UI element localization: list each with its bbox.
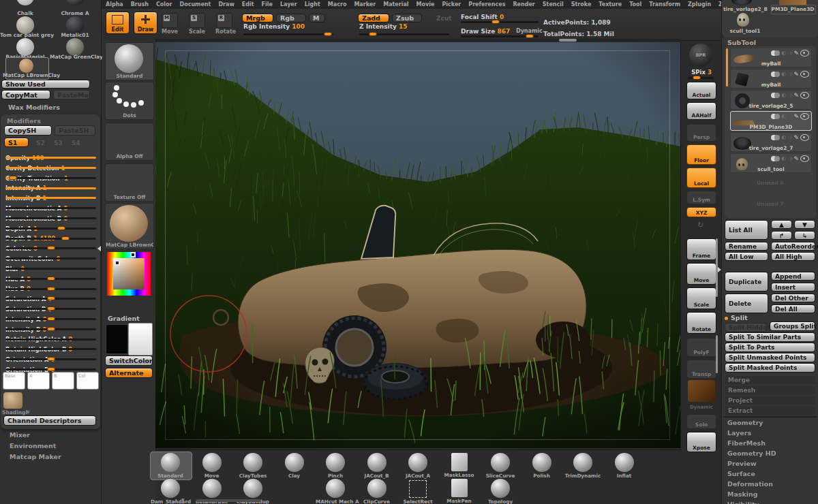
brush-polish[interactable]: Polish [522,453,562,479]
insert-button[interactable]: Insert [771,283,815,292]
texture-cell[interactable]: Texture Off [105,163,154,202]
visibility-eye-icon[interactable] [800,113,809,120]
wax-modifiers-header[interactable]: Wax Modifiers [8,104,60,111]
menu-item-draw[interactable]: Draw [218,1,234,7]
pastesh-button[interactable]: PasteSH [55,125,95,136]
brush-clay[interactable]: Clay [275,453,314,479]
menu-item-texture[interactable]: Texture [599,1,622,7]
collapsed-section-merge[interactable]: Merge [725,376,815,384]
edit-button[interactable]: Edit [106,12,130,34]
slider-handle[interactable] [491,20,500,24]
slider-handle[interactable] [9,176,17,180]
m-button[interactable]: M [309,14,325,22]
show-used-button[interactable]: Show Used [1,80,90,89]
switchcolor-button[interactable]: SwitchColor [105,356,153,366]
brush-trimdynamic[interactable]: TrimDynamic [563,453,603,479]
right-item-polyf-button[interactable]: PolyF [686,338,716,357]
tool-item-label[interactable]: scull_tool1 [723,28,767,34]
slider-track[interactable] [5,217,96,219]
s1-tab[interactable]: S1 [4,138,29,147]
slider-handle[interactable] [693,76,701,80]
slider-handle[interactable] [47,277,55,281]
material-cell[interactable]: MatCap LBrownClay [105,203,154,249]
subtool-scrollbar[interactable] [726,48,728,86]
half-toggle-icon[interactable]: ◐ [781,156,786,161]
channel-box-col[interactable]: Col [76,372,99,390]
tool-thumb-skull[interactable] [737,13,749,27]
visibility-eye-icon[interactable] [800,71,809,78]
half-toggle-icon[interactable]: ◑ [787,156,792,161]
modifier-slider-intensity-b[interactable]: Intensity B1 [5,190,96,200]
right-shelf-scrollbar[interactable] [716,335,718,373]
polypaint-toggle-icon[interactable] [771,50,780,56]
slider-handle[interactable] [57,226,65,230]
polypaint-toggle-icon[interactable] [771,156,780,161]
modifier-slider-cavity-transition[interactable]: Cavity Transition-1 [5,170,96,180]
slider-handle[interactable] [47,327,55,331]
spix-slider-label[interactable]: SPix3 [681,69,722,76]
slider-handle[interactable] [526,34,534,38]
subtool-item-myball-1[interactable]: ◐◑✎myBall [730,69,812,89]
hue-selector[interactable] [130,252,136,257]
menu-item-stencil[interactable]: Stencil [543,1,564,7]
slider-handle[interactable] [47,287,55,291]
polypaint-toggle-icon[interactable] [771,114,780,119]
right-item-transp-button[interactable]: Transp [686,360,716,379]
modifier-slider-depth-a[interactable]: Depth A1 [5,221,96,231]
split-masked-points-button[interactable]: Split Masked Points [725,363,815,373]
edit-pencil-icon[interactable]: ✎ [793,114,799,120]
modifier-slider-cavity-detection[interactable]: Cavity Detection1 [5,160,96,170]
modifier-slider-colorize[interactable]: Colorize0 [5,240,96,251]
half-toggle-icon[interactable]: ◐ [781,114,786,119]
visibility-eye-icon[interactable] [800,134,809,141]
s3-tab[interactable]: S3 [54,140,63,146]
main-color-swatch[interactable] [106,324,128,354]
tool-section-surface[interactable]: Surface [727,470,755,477]
channel-box-base[interactable]: Base [3,372,25,390]
right-item-move-button[interactable]: Move [686,263,716,285]
visibility-eye-icon[interactable] [800,155,809,162]
tool-item-label[interactable]: PM3D_Plane3D [771,6,815,12]
right-item-persp-button[interactable]: Persp [686,124,716,142]
move-button[interactable]: M Move [161,13,179,35]
tool-item-label[interactable]: tire_vorlage2_8 [723,6,767,12]
subtool-item-scull-tool-5[interactable]: ◐◑✎scull_tool [730,153,812,173]
subtool-item-myball-0[interactable]: ◐◑✎myBall [730,48,812,67]
right-item-scale-button[interactable]: Scale [686,287,716,309]
modifier-slider-retain-highcolor-a[interactable]: Retain HighColor A0 [5,331,96,341]
autoreorder-button[interactable]: AutoReorder [771,242,815,251]
left-section-mixer[interactable]: Mixer [10,431,30,439]
slider-track[interactable] [5,227,96,230]
tray-scroll-up-icon[interactable]: ▲ [175,497,178,502]
brush-masklasso[interactable]: MaskLasso [440,453,479,478]
menu-item-edit[interactable]: Edit [242,1,254,7]
rotate-view-icon[interactable]: ↻ [697,221,703,230]
spotlight-thumb[interactable] [688,380,715,402]
channel-descriptors-button[interactable]: Channel Descriptors [3,415,96,426]
half-toggle-icon[interactable]: ◐ [781,93,786,98]
draw-button[interactable]: Draw [134,12,157,34]
tool-section-geometry[interactable]: Geometry [727,419,763,426]
z-intensity-slider[interactable] [359,33,449,35]
right-item-xyz-button[interactable]: XYZ [686,207,716,217]
modifier-slider-saturation-b[interactable]: Saturation B0 [5,301,96,311]
copymat-button[interactable]: CopyMat [1,90,50,99]
color-picker[interactable] [107,252,151,296]
slider-track[interactable] [5,328,96,330]
menu-item-zplugin[interactable]: Zplugin [688,1,711,7]
channel-box-a[interactable]: A [27,372,50,390]
slider-track[interactable] [5,157,96,159]
spix-slider[interactable] [688,77,714,79]
polypaint-toggle-icon[interactable] [771,93,780,98]
slider-track[interactable] [5,278,96,280]
half-toggle-icon[interactable]: ◐ [781,72,786,77]
menu-item-marker[interactable]: Marker [354,1,376,7]
collapsed-section-remesh[interactable]: Remesh [725,386,815,394]
brush-jacout-b[interactable]: JACout_B [357,453,397,479]
modifier-slider-blur[interactable]: Blur0 [5,261,96,271]
s2-tab[interactable]: S2 [36,140,45,146]
scale-button[interactable]: S Scale [188,13,206,35]
subtool-item-tire-vorlage2-7-4[interactable]: ◐◑✎tire_vorlage2_7 [730,132,812,152]
menu-item-tool[interactable]: Tool [629,1,641,7]
edit-pencil-icon[interactable]: ✎ [793,93,799,99]
